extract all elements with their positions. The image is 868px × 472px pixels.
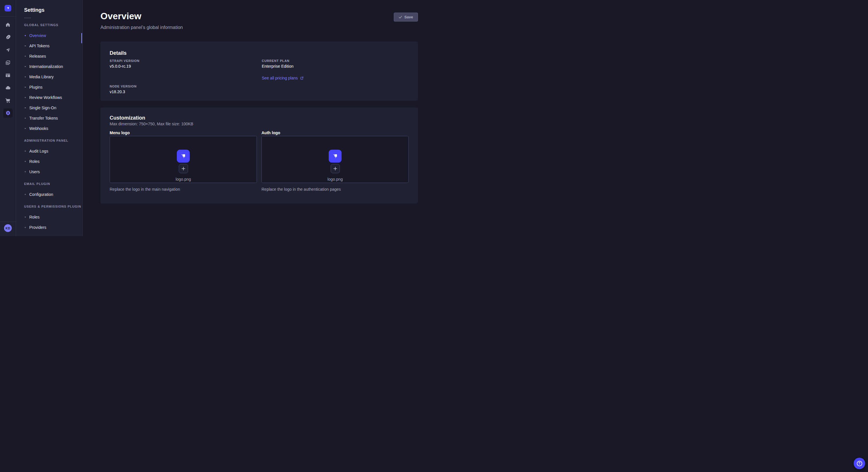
bullet-icon xyxy=(25,66,26,67)
subnav-item-media-library[interactable]: Media Library xyxy=(16,72,82,82)
auth-logo-dropzone[interactable]: logo.png xyxy=(261,136,409,183)
customization-title: Customization xyxy=(110,115,409,121)
menu-logo-label: Menu logo xyxy=(110,131,257,135)
subnav-item-label: Roles xyxy=(29,215,40,220)
bullet-icon xyxy=(25,161,26,162)
details-card: Details STRAPI VERSION v5.0.0-rc.19 NODE… xyxy=(100,42,418,101)
field-value: v5.0.0-rc.19 xyxy=(110,64,262,69)
bullet-icon xyxy=(25,107,26,108)
field-label: NODE VERSION xyxy=(110,84,262,88)
plus-icon xyxy=(181,167,185,171)
subnav-item-overview[interactable]: Overview xyxy=(16,30,82,41)
subnav-item-internationalization[interactable]: Internationalization xyxy=(16,61,82,72)
subnav-item-label: Overview xyxy=(29,33,46,38)
section-label: USERS & PERMISSIONS PLUGIN xyxy=(24,205,82,208)
auth-logo-hint: Replace the logo in the authentication p… xyxy=(261,187,409,192)
cloud-icon[interactable] xyxy=(0,81,16,94)
subnav-item-webhooks[interactable]: Webhooks xyxy=(16,123,82,134)
subnav-item-label: Configuration xyxy=(29,192,53,197)
subnav-title: Settings xyxy=(16,0,82,13)
subnav-item-label: Media Library xyxy=(29,74,54,79)
subnav-item-users[interactable]: Users xyxy=(16,167,82,177)
subnav-item-label: Single Sign-On xyxy=(29,105,56,110)
feather-icon[interactable] xyxy=(0,31,16,43)
auth-logo-label: Auth logo xyxy=(261,131,409,135)
subnav-item-label: Providers xyxy=(29,225,46,230)
subnav-item-api-tokens[interactable]: API Tokens xyxy=(16,41,82,51)
subnav-item-audit-logs[interactable]: Audit Logs xyxy=(16,146,82,156)
bullet-icon xyxy=(25,87,26,88)
menu-logo-dropzone[interactable]: logo.png xyxy=(110,136,257,183)
bullet-icon xyxy=(25,45,26,46)
avatar[interactable]: KD xyxy=(4,224,12,232)
node-version-field: NODE VERSION v18.20.3 xyxy=(110,84,262,94)
bullet-icon xyxy=(25,56,26,57)
pricing-plans-link[interactable]: See all pricing plans xyxy=(262,76,304,80)
subnav-item-up-roles[interactable]: Roles xyxy=(16,212,82,222)
bullet-icon xyxy=(25,227,26,228)
auth-logo-cell: Auth logo xyxy=(261,131,409,192)
strapi-logo-preview xyxy=(177,150,190,163)
menu-logo-cell: Menu logo xyxy=(110,131,257,192)
subnav-item-label: Releases xyxy=(29,54,46,59)
details-grid: STRAPI VERSION v5.0.0-rc.19 NODE VERSION… xyxy=(110,59,409,94)
paper-plane-icon[interactable] xyxy=(0,43,16,56)
subnav-item-plugins[interactable]: Plugins xyxy=(16,82,82,92)
details-title: Details xyxy=(110,50,409,56)
subnav-item-label: Review Workflows xyxy=(29,95,62,100)
field-label: STRAPI VERSION xyxy=(110,59,262,63)
bullet-icon xyxy=(25,35,26,36)
bullet-icon xyxy=(25,171,26,172)
subnav-item-label: Transfer Tokens xyxy=(29,116,58,121)
subnav-item-roles[interactable]: Roles xyxy=(16,156,82,167)
subnav-item-label: Webhooks xyxy=(29,126,48,131)
page-title: Overview xyxy=(100,11,183,21)
field-value: v18.20.3 xyxy=(110,90,262,94)
save-label: Save xyxy=(404,15,413,19)
subnav-item-transfer-tokens[interactable]: Transfer Tokens xyxy=(16,113,82,123)
plus-icon xyxy=(333,167,337,171)
menu-logo-hint: Replace the logo in the main navigation xyxy=(110,187,257,192)
bullet-icon xyxy=(25,97,26,98)
subnav-item-configuration[interactable]: Configuration xyxy=(16,189,82,200)
strapi-version-field: STRAPI VERSION v5.0.0-rc.19 xyxy=(110,59,262,69)
save-button[interactable]: Save xyxy=(394,12,418,22)
add-logo-button[interactable] xyxy=(179,164,188,173)
subnav-item-single-sign-on[interactable]: Single Sign-On xyxy=(16,103,82,113)
bullet-icon xyxy=(25,216,26,217)
bullet-icon xyxy=(25,150,26,152)
subnav-item-label: Roles xyxy=(29,159,40,164)
subnav-item-label: Plugins xyxy=(29,85,42,90)
customization-card: Customization Max dimension: 750×750, Ma… xyxy=(100,107,418,203)
field-value: Enterprise Edition xyxy=(262,64,409,69)
check-icon xyxy=(399,16,402,19)
marketplace-cart-icon[interactable] xyxy=(0,94,16,107)
main-content: Overview Administration panel’s global i… xyxy=(83,0,434,236)
page-subtitle: Administration panel’s global informatio… xyxy=(100,24,183,31)
settings-subnav: Settings GLOBAL SETTINGS Overview API To… xyxy=(16,0,83,236)
main-nav-rail: KD xyxy=(0,0,16,236)
strapi-logo-icon[interactable] xyxy=(5,5,11,11)
logo-filename: logo.png xyxy=(328,177,343,182)
home-icon[interactable] xyxy=(0,19,16,31)
field-label: CURRENT PLAN xyxy=(262,59,409,63)
add-logo-button[interactable] xyxy=(331,164,340,173)
section-label: ADMINISTRATION PANEL xyxy=(24,139,82,142)
subnav-item-label: Users xyxy=(29,169,40,174)
subnav-item-providers[interactable]: Providers xyxy=(16,222,82,233)
subnav-item-releases[interactable]: Releases xyxy=(16,51,82,61)
pricing-plans-label: See all pricing plans xyxy=(262,76,298,80)
section-label: GLOBAL SETTINGS xyxy=(24,23,82,27)
subnav-item-label: Audit Logs xyxy=(29,149,48,154)
scrollbar-thumb[interactable] xyxy=(81,33,82,43)
subnav-item-review-workflows[interactable]: Review Workflows xyxy=(16,92,82,103)
section-users-permissions-plugin: USERS & PERMISSIONS PLUGIN Roles Provide… xyxy=(16,205,82,233)
bullet-icon xyxy=(25,117,26,119)
layout-icon[interactable] xyxy=(0,69,16,81)
upload-grid: Menu logo xyxy=(110,131,409,192)
bullet-icon xyxy=(25,128,26,129)
section-label: EMAIL PLUGIN xyxy=(24,182,82,186)
settings-gear-icon[interactable] xyxy=(0,107,16,119)
external-link-icon xyxy=(300,76,304,80)
media-library-icon[interactable] xyxy=(0,56,16,69)
